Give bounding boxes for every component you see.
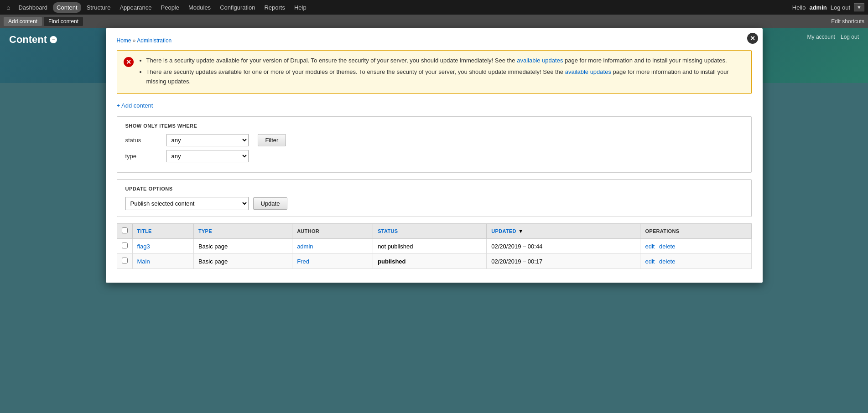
my-account-link[interactable]: My account	[807, 34, 835, 40]
row1-edit-link[interactable]: edit	[645, 243, 655, 250]
row2-operations-cell: edit delete	[640, 254, 751, 269]
nav-appearance[interactable]: Appearance	[116, 2, 155, 13]
row1-updated-cell: 02/20/2019 – 00:44	[487, 239, 640, 254]
nav-structure[interactable]: Structure	[83, 2, 114, 13]
th-title: TITLE	[132, 224, 193, 239]
sort-arrow-icon: ▼	[518, 228, 524, 234]
find-content-shortcut[interactable]: Find content	[44, 17, 83, 26]
update-section: UPDATE OPTIONS Publish selected contentU…	[117, 179, 752, 217]
add-content-shortcut[interactable]: Add content	[4, 17, 42, 26]
filter-button[interactable]: Filter	[258, 134, 286, 146]
update-row: Publish selected contentUnpublish select…	[125, 197, 743, 210]
alert-icon: ✕	[124, 57, 134, 67]
breadcrumb-separator: »	[133, 37, 137, 44]
th-type: TYPE	[193, 224, 292, 239]
breadcrumb: Home » Administration	[117, 37, 752, 44]
sort-type-link[interactable]: TYPE	[198, 228, 212, 234]
breadcrumb-admin[interactable]: Administration	[137, 37, 172, 44]
row1-title-link[interactable]: flag3	[137, 243, 150, 250]
update-options-select[interactable]: Publish selected contentUnpublish select…	[125, 197, 249, 210]
page-title-text: Content	[9, 34, 47, 46]
username-text: admin	[809, 4, 826, 11]
row2-title-link[interactable]: Main	[137, 258, 150, 265]
th-status: STATUS	[373, 224, 487, 239]
row1-operations-cell: edit delete	[640, 239, 751, 254]
top-logout-link[interactable]: Log out	[841, 34, 859, 40]
filter-section-title: SHOW ONLY ITEMS WHERE	[125, 123, 743, 129]
row2-checkbox-cell	[117, 254, 132, 269]
table-row: flag3 Basic page admin not published 02/…	[117, 239, 751, 254]
row1-delete-link[interactable]: delete	[659, 243, 675, 250]
sort-updated-link[interactable]: UPDATED	[491, 228, 516, 234]
content-table: TITLE TYPE AUTHOR STATUS UPDATED ▼	[117, 223, 752, 269]
row1-author-cell: admin	[292, 239, 373, 254]
row1-author-link[interactable]: admin	[297, 243, 313, 250]
nav-dropdown-button[interactable]: ▼	[854, 3, 864, 11]
nav-configuration[interactable]: Configuration	[216, 2, 259, 13]
row2-updated-cell: 02/20/2019 – 00:17	[487, 254, 640, 269]
logout-link[interactable]: Log out	[831, 4, 850, 11]
add-content-link[interactable]: Add content	[117, 102, 153, 109]
user-menu-top: My account Log out	[807, 34, 859, 40]
type-filter-row: type anyBasic pageArticle	[125, 150, 743, 162]
row2-author-link[interactable]: Fred	[297, 258, 309, 265]
row1-checkbox[interactable]	[122, 243, 128, 248]
sort-status-link[interactable]: STATUS	[378, 228, 398, 234]
row1-title-cell: flag3	[132, 239, 193, 254]
modal-close-button[interactable]: ✕	[747, 33, 758, 44]
select-all-checkbox[interactable]	[122, 227, 128, 233]
shortcuts-bar: Add content Find content Edit shortcuts	[0, 15, 868, 28]
nav-content[interactable]: Content	[53, 2, 81, 13]
row1-type-cell: Basic page	[193, 239, 292, 254]
nav-reports[interactable]: Reports	[260, 2, 289, 13]
row2-status-cell: published	[373, 254, 487, 269]
nav-dashboard[interactable]: Dashboard	[15, 2, 51, 13]
content-modal: ✕ Home » Administration ✕ There is a sec…	[106, 28, 763, 283]
sort-title-link[interactable]: TITLE	[137, 228, 152, 234]
type-select[interactable]: anyBasic pageArticle	[166, 150, 249, 162]
status-filter-row: status anypublishednot published Filter	[125, 134, 743, 146]
page-title-area: Content −	[9, 34, 57, 46]
row2-type-cell: Basic page	[193, 254, 292, 269]
alert-box: ✕ There is a security update available f…	[117, 50, 752, 94]
update-button[interactable]: Update	[253, 197, 288, 210]
row2-checkbox[interactable]	[122, 258, 128, 263]
nav-modules[interactable]: Modules	[185, 2, 214, 13]
breadcrumb-home[interactable]: Home	[117, 37, 131, 44]
row1-checkbox-cell	[117, 239, 132, 254]
nav-help[interactable]: Help	[291, 2, 310, 13]
top-right-area: Hello admin Log out ▼	[792, 3, 864, 11]
home-icon[interactable]: ⌂	[4, 2, 13, 13]
available-updates-link-2[interactable]: available updates	[565, 68, 611, 75]
filter-section: SHOW ONLY ITEMS WHERE status anypublishe…	[117, 116, 752, 173]
row2-title-cell: Main	[132, 254, 193, 269]
alert-message-2: There are security updates available for…	[146, 67, 745, 87]
row2-author-cell: Fred	[292, 254, 373, 269]
th-operations: OPERATIONS	[640, 224, 751, 239]
th-updated: UPDATED ▼	[487, 224, 640, 239]
th-checkbox	[117, 224, 132, 239]
greeting-text: Hello	[792, 4, 806, 11]
available-updates-link-1[interactable]: available updates	[517, 57, 563, 64]
table-row: Main Basic page Fred published 02/20/201…	[117, 254, 751, 269]
alert-message-1: There is a security update available for…	[146, 56, 745, 66]
row1-status-cell: not published	[373, 239, 487, 254]
edit-shortcuts-link[interactable]: Edit shortcuts	[831, 18, 864, 25]
alert-content: There is a security update available for…	[138, 56, 745, 88]
nav-people[interactable]: People	[157, 2, 183, 13]
update-section-title: UPDATE OPTIONS	[125, 186, 743, 191]
type-label: type	[125, 153, 162, 160]
status-label: status	[125, 137, 162, 144]
row2-edit-link[interactable]: edit	[645, 258, 655, 265]
top-nav: ⌂ Dashboard Content Structure Appearance…	[0, 0, 868, 15]
row2-delete-link[interactable]: delete	[659, 258, 675, 265]
toggle-icon[interactable]: −	[50, 36, 57, 43]
status-select[interactable]: anypublishednot published	[166, 134, 249, 146]
th-author: AUTHOR	[292, 224, 373, 239]
